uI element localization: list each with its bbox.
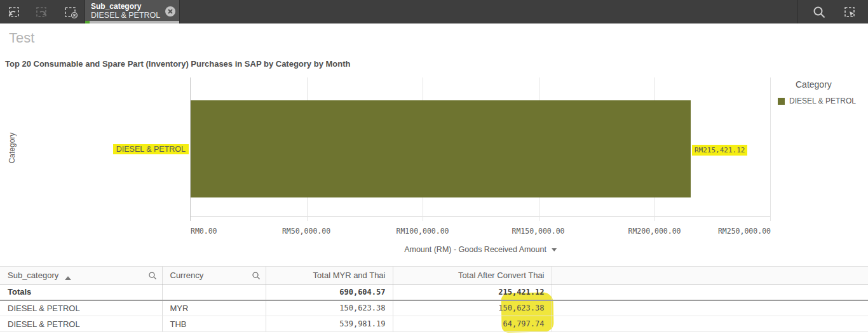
selection-state-bar [85,21,179,23]
column-header-label: Sub_category [8,271,58,280]
legend-item-label: DIESEL & PETROL [789,97,856,105]
bar-chart-plot-area [190,77,771,217]
sort-ascending-icon [65,276,71,280]
x-axis-title-label: Amount (RM) - Goods Received Amount [404,245,546,254]
smart-search-button[interactable] [811,4,827,20]
cell-sub-category[interactable]: DIESEL & PETROL [0,316,162,332]
gridline [770,77,771,221]
pivot-table: Sub_category Currency [0,266,868,332]
cell-total-myr-thai: 150,623.38 [266,300,393,316]
selections-tool-button[interactable] [841,4,858,20]
table-header-row: Sub_category Currency [0,267,868,284]
clear-selections-button[interactable] [62,4,79,20]
column-header-total-after-convert[interactable]: Total After Convert Thai [393,267,552,284]
toolbar-right-tools [797,0,868,23]
sheet-title: Test [9,30,34,46]
table-row: DIESEL & PETROL MYR 150,623.38 150,623.3… [0,300,868,316]
x-tick-label: RM250,000.00 [718,227,771,236]
selections-tool-icon [842,4,857,20]
totals-total-after-convert: 215,421.12 [393,284,552,300]
column-header-label: Currency [170,271,204,280]
selection-chip-sub-category[interactable]: Sub_category DIESEL & PETROL [85,0,180,23]
y-axis-title: Category [8,133,17,164]
cell-currency[interactable]: MYR [162,300,266,316]
undo-selection-button[interactable] [5,4,22,20]
cell-sub-category[interactable]: DIESEL & PETROL [0,300,162,316]
legend-title: Category [796,79,832,90]
undo-selection-icon [6,4,21,20]
chip-selection-green [85,21,90,23]
totals-currency-cell [162,284,266,300]
column-header-currency[interactable]: Currency [162,267,266,284]
selection-chip-field: Sub_category [91,2,163,11]
circle-x-icon [165,6,176,17]
column-header-sub-category[interactable]: Sub_category [0,267,162,284]
x-axis-measure-dropdown[interactable]: Amount (RM) - Goods Received Amount [404,245,557,254]
totals-row: Totals 690,604.57 215,421.12 [0,284,868,300]
bar-value-label: RM215,421.12 [692,145,747,156]
x-tick-label: RM200,000.00 [628,227,681,236]
cell-total-after-convert: 150,623.38 [393,300,552,316]
redo-selection-button[interactable] [34,4,50,20]
x-tick-label: RM50,000.00 [282,227,330,236]
bar[interactable] [191,100,691,197]
remove-selection-button[interactable] [165,6,176,17]
table-row: DIESEL & PETROL THB 539,981.19 64,797.74 [0,316,868,332]
bar-category-label[interactable]: DIESEL & PETROL [113,144,189,154]
cell-total-myr-thai: 539,981.19 [266,316,393,332]
cell-currency[interactable]: THB [162,316,266,332]
x-tick-label: RM100,000.00 [396,227,449,236]
cell-total-after-convert: 64,797.74 [393,316,552,332]
x-tick-label: RM0.00 [191,227,217,236]
column-header-total-myr-thai[interactable]: Total MYR and Thai [266,267,393,284]
totals-label: Totals [0,284,162,300]
legend-swatch [778,98,785,105]
clear-selections-icon [62,4,79,20]
selection-history-buttons [5,0,88,23]
selections-toolbar: Sub_category DIESEL & PETROL [0,0,868,23]
totals-total-myr-thai: 690,604.57 [266,284,393,300]
column-search-icon[interactable] [148,271,157,280]
chevron-down-icon [552,248,557,251]
search-icon [811,4,827,20]
legend-item-diesel-petrol[interactable]: DIESEL & PETROL [778,97,856,105]
x-tick-label: RM150,000.00 [512,227,564,236]
redo-selection-icon [34,4,50,20]
chart-title: Top 20 Consumable and Spare Part (Invent… [5,59,350,69]
column-search-icon[interactable] [252,271,261,280]
column-header-filler [552,267,868,284]
selection-chip-value: DIESEL & PETROL [91,11,163,20]
